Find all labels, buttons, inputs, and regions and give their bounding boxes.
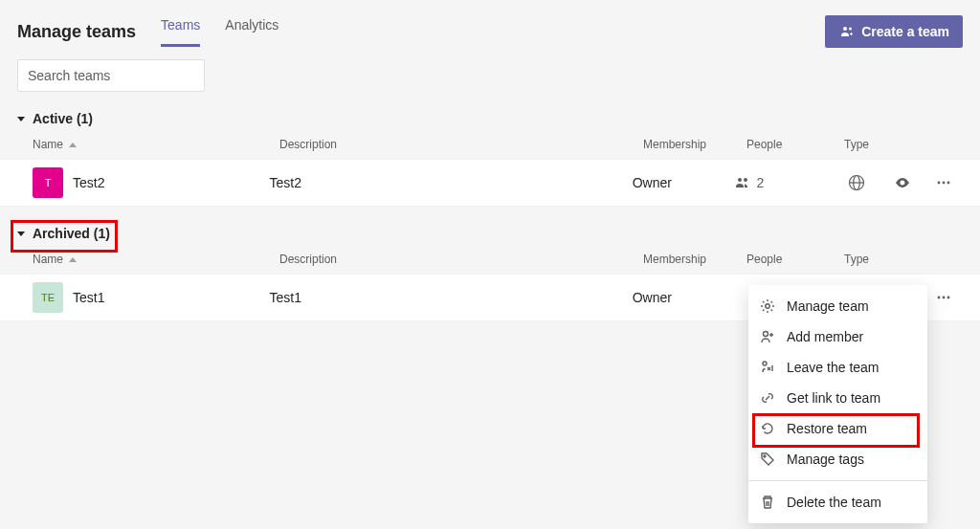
team-membership: Owner (633, 175, 736, 190)
create-team-button[interactable]: Create a team (825, 15, 963, 48)
tab-analytics[interactable]: Analytics (225, 17, 278, 47)
team-name: Test1 (73, 290, 104, 305)
restore-icon (760, 421, 775, 436)
tabs: Teams Analytics (161, 17, 278, 47)
col-people[interactable]: People (746, 253, 844, 266)
sort-asc-icon (69, 257, 77, 262)
menu-manage-tags[interactable]: Manage tags (748, 444, 927, 474)
menu-get-link[interactable]: Get link to team (748, 383, 927, 413)
column-headers-archived: Name Description Membership People Type (0, 247, 980, 274)
svg-point-6 (943, 182, 946, 185)
create-team-label: Create a team (861, 24, 949, 39)
col-name[interactable]: Name (33, 138, 279, 151)
team-avatar: T (33, 167, 63, 198)
column-headers-active: Name Description Membership People Type (0, 132, 980, 159)
caret-down-icon (17, 117, 25, 121)
team-name: Test2 (73, 175, 104, 190)
col-membership[interactable]: Membership (643, 253, 746, 266)
svg-point-8 (938, 297, 941, 299)
tag-icon (760, 452, 775, 467)
section-active-label: Active (1) (33, 111, 93, 126)
leave-icon (760, 360, 775, 375)
sort-asc-icon (69, 143, 77, 147)
svg-point-10 (947, 297, 950, 299)
trash-icon (760, 495, 775, 510)
menu-add-member[interactable]: Add member (748, 321, 927, 352)
team-description: Test2 (269, 175, 632, 190)
search-box[interactable] (17, 59, 205, 92)
section-archived-label: Archived (1) (33, 226, 110, 241)
team-membership: Owner (633, 290, 736, 305)
tab-teams[interactable]: Teams (161, 17, 200, 47)
svg-point-11 (766, 304, 769, 308)
svg-point-7 (947, 182, 950, 185)
svg-point-5 (938, 182, 941, 185)
col-type[interactable]: Type (844, 253, 902, 266)
menu-leave-team[interactable]: Leave the team (748, 352, 927, 383)
section-archived-toggle[interactable]: Archived (1) (0, 220, 980, 247)
menu-restore-team[interactable]: Restore team (748, 413, 927, 444)
team-description: Test1 (269, 290, 632, 305)
team-type (833, 174, 880, 191)
team-people: 2 (735, 175, 833, 190)
people-add-icon (838, 24, 854, 39)
person-add-icon (760, 329, 775, 344)
svg-point-14 (764, 455, 766, 457)
col-people[interactable]: People (746, 138, 844, 151)
svg-point-9 (943, 297, 946, 299)
svg-point-12 (764, 332, 768, 337)
page-title: Manage teams (17, 22, 136, 42)
caret-down-icon (17, 231, 25, 236)
menu-separator (748, 480, 927, 481)
globe-icon (848, 174, 865, 191)
table-row[interactable]: T Test2 Test2 Owner 2 (0, 159, 980, 207)
col-membership[interactable]: Membership (643, 138, 746, 151)
people-icon (735, 175, 750, 190)
more-icon (935, 174, 952, 191)
svg-point-13 (763, 362, 767, 365)
col-description[interactable]: Description (279, 253, 643, 266)
context-menu: Manage team Add member Leave the team Ge… (748, 285, 927, 523)
team-visibility[interactable] (880, 174, 924, 191)
link-icon (760, 390, 775, 406)
team-avatar: TE (33, 282, 63, 313)
more-button[interactable] (924, 174, 963, 191)
section-active-toggle[interactable]: Active (1) (0, 105, 980, 132)
col-type[interactable]: Type (844, 138, 902, 151)
eye-icon (894, 174, 911, 191)
menu-delete-team[interactable]: Delete the team (748, 487, 927, 518)
col-name[interactable]: Name (33, 253, 279, 266)
gear-icon (760, 298, 775, 314)
menu-manage-team[interactable]: Manage team (748, 291, 927, 321)
more-button[interactable] (924, 289, 963, 306)
col-description[interactable]: Description (279, 138, 643, 151)
more-icon (935, 289, 952, 306)
search-input[interactable] (28, 68, 195, 83)
